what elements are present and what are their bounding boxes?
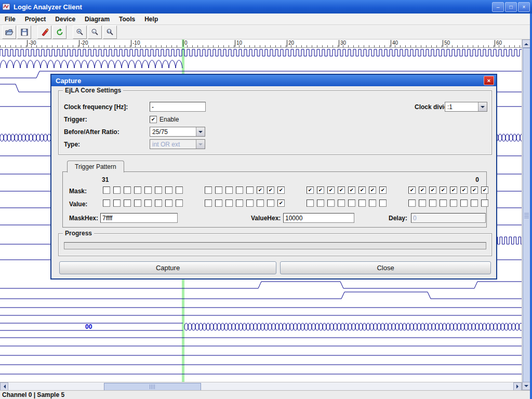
zoom-out-button[interactable]: - [88, 25, 102, 39]
value-bit-checkbox[interactable] [429, 200, 436, 207]
value-bit-checkbox[interactable]: ✔ [277, 200, 285, 207]
maskhex-input[interactable] [100, 213, 178, 223]
mask-bit-checkbox[interactable] [144, 187, 152, 194]
zoom-one-to-one-button[interactable]: 1:1 [103, 25, 117, 39]
chevron-down-icon[interactable] [478, 102, 487, 111]
mask-bit-checkbox[interactable] [124, 187, 131, 194]
mask-bit-checkbox[interactable]: ✔ [429, 187, 436, 194]
scroll-down-button[interactable] [522, 382, 530, 390]
mask-bit-checkbox[interactable] [176, 187, 183, 194]
mask-bit-checkbox[interactable] [225, 187, 233, 194]
mask-bit-checkbox[interactable]: ✔ [267, 187, 274, 194]
value-bit-checkbox[interactable] [450, 200, 457, 207]
menu-item-tools[interactable]: Tools [114, 14, 140, 25]
minimize-button[interactable]: – [492, 2, 504, 12]
mask-bit-checkbox[interactable]: ✔ [317, 187, 324, 194]
dialog-close-button[interactable]: × [484, 76, 494, 85]
value-bit-checkbox[interactable] [369, 200, 376, 207]
value-bit-checkbox[interactable] [257, 200, 264, 207]
mask-bit-checkbox[interactable]: ✔ [257, 187, 264, 194]
timeline-ruler[interactable]: -30-20-100102030405060 [0, 39, 524, 48]
mask-bit-checkbox[interactable]: ✔ [440, 187, 447, 194]
trigger-enable-checkbox[interactable]: ✔ [150, 116, 157, 123]
value-bit-checkbox[interactable] [236, 200, 243, 207]
mask-bit-checkbox[interactable] [113, 187, 121, 194]
tab-trigger-pattern[interactable]: Trigger Pattern [67, 161, 124, 172]
value-bit-checkbox[interactable] [481, 200, 488, 207]
before-after-ratio-select[interactable]: 25/75 [150, 127, 205, 137]
mask-bit-checkbox[interactable]: ✔ [450, 187, 457, 194]
refresh-button[interactable] [52, 25, 66, 39]
value-bit-checkbox[interactable] [327, 200, 335, 207]
mask-bit-checkbox[interactable]: ✔ [277, 187, 285, 194]
vertical-scroll-thumb[interactable] [523, 48, 530, 382]
value-bit-checkbox[interactable] [134, 200, 141, 207]
mask-bit-checkbox[interactable] [103, 187, 110, 194]
value-bit-checkbox[interactable] [176, 200, 183, 207]
scroll-left-button[interactable] [0, 382, 8, 391]
close-button[interactable]: × [518, 2, 530, 12]
zoom-in-button[interactable]: + [73, 25, 87, 39]
vertical-scrollbar[interactable] [522, 39, 530, 390]
value-bit-checkbox[interactable] [317, 200, 324, 207]
mask-bit-checkbox[interactable]: ✔ [460, 187, 468, 194]
value-bit-checkbox[interactable] [358, 200, 366, 207]
mask-bit-checkbox[interactable]: ✔ [408, 187, 416, 194]
value-bit-checkbox[interactable] [144, 200, 152, 207]
mask-bit-checkbox[interactable]: ✔ [369, 187, 376, 194]
value-bit-checkbox[interactable] [471, 200, 478, 207]
menu-item-diagram[interactable]: Diagram [80, 14, 114, 25]
value-bit-checkbox[interactable] [225, 200, 233, 207]
value-bit-checkbox[interactable] [165, 200, 172, 207]
close-dialog-button[interactable]: Close [280, 261, 491, 274]
mask-bit-checkbox[interactable] [236, 187, 243, 194]
value-bit-checkbox[interactable] [124, 200, 131, 207]
mask-bit-checkbox[interactable]: ✔ [481, 187, 488, 194]
value-bit-checkbox[interactable] [348, 200, 355, 207]
maximize-button[interactable]: □ [505, 2, 517, 12]
menu-item-file[interactable]: File [0, 14, 20, 25]
valuehex-input[interactable] [283, 213, 354, 223]
mask-bit-checkbox[interactable] [205, 187, 212, 194]
mask-bit-checkbox[interactable] [155, 187, 162, 194]
scroll-right-button[interactable] [513, 382, 522, 391]
mask-bit-checkbox[interactable]: ✔ [348, 187, 355, 194]
mask-bit-checkbox[interactable] [134, 187, 141, 194]
value-bit-checkbox[interactable] [205, 200, 212, 207]
value-bit-checkbox[interactable] [113, 200, 121, 207]
chevron-down-icon[interactable] [196, 127, 205, 136]
mask-bit-checkbox[interactable]: ✔ [307, 187, 314, 194]
value-bit-checkbox[interactable] [155, 200, 162, 207]
menu-item-help[interactable]: Help [140, 14, 163, 25]
value-bit-checkbox[interactable] [460, 200, 468, 207]
menu-item-device[interactable]: Device [50, 14, 80, 25]
value-bit-checkbox[interactable] [267, 200, 274, 207]
value-bit-checkbox[interactable] [408, 200, 416, 207]
value-bit-checkbox[interactable] [419, 200, 426, 207]
mask-bit-checkbox[interactable] [165, 187, 172, 194]
mask-bit-checkbox[interactable]: ✔ [327, 187, 335, 194]
horizontal-scrollbar[interactable] [0, 382, 522, 390]
mask-bit-checkbox[interactable]: ✔ [471, 187, 478, 194]
capture-button[interactable]: Capture [59, 261, 276, 274]
value-bit-checkbox[interactable] [307, 200, 314, 207]
value-bit-checkbox[interactable] [338, 200, 345, 207]
value-bit-checkbox[interactable] [246, 200, 254, 207]
mask-bit-checkbox[interactable]: ✔ [338, 187, 345, 194]
connect-button[interactable] [37, 25, 51, 39]
scroll-up-button[interactable] [522, 39, 530, 48]
mask-bit-checkbox[interactable]: ✔ [358, 187, 366, 194]
clock-frequency-input[interactable] [150, 102, 206, 112]
clock-divider-select[interactable]: :1 [445, 102, 487, 112]
menu-item-project[interactable]: Project [20, 14, 51, 25]
mask-bit-checkbox[interactable]: ✔ [419, 187, 426, 194]
mask-bit-checkbox[interactable]: ✔ [379, 187, 387, 194]
horizontal-scroll-thumb[interactable] [104, 383, 201, 391]
save-button[interactable] [17, 25, 31, 39]
value-bit-checkbox[interactable] [215, 200, 222, 207]
value-bit-checkbox[interactable] [103, 200, 110, 207]
mask-bit-checkbox[interactable] [215, 187, 222, 194]
mask-bit-checkbox[interactable] [246, 187, 254, 194]
dialog-titlebar[interactable]: Capture × [51, 75, 496, 86]
value-bit-checkbox[interactable] [440, 200, 447, 207]
